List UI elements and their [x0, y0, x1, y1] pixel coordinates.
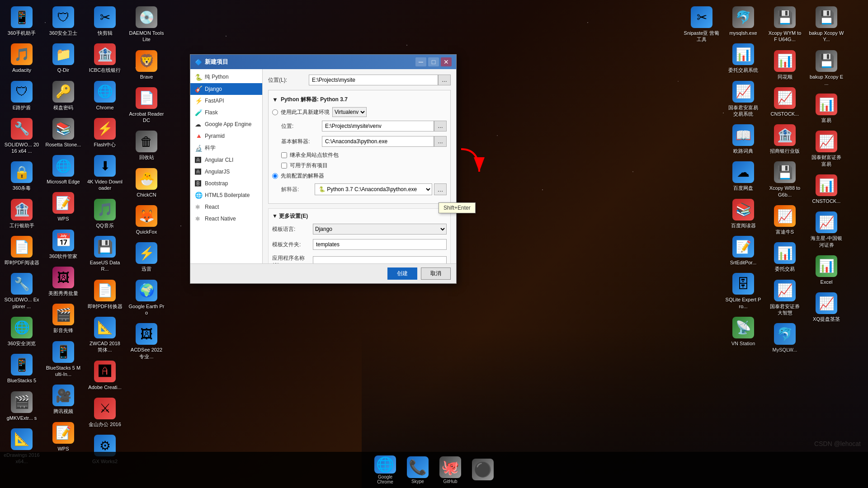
sidebar-label-react-native: React Native — [205, 216, 236, 222]
template-lang-row: 模板语言: Django — [272, 224, 447, 235]
maximize-button[interactable]: □ — [428, 57, 439, 66]
sidebar-label-html5-boilerplate: HTML5 Boilerplate — [205, 192, 250, 198]
sidebar-item-fastapi[interactable]: ⚡ FastAPI — [190, 95, 262, 107]
sidebar-item-bootstrap[interactable]: 🅱 Bootstrap — [190, 178, 262, 189]
sidebar-label-pure-python: 纯 Python — [205, 73, 229, 81]
sidebar-icon-fastapi: ⚡ — [195, 97, 202, 104]
location-input[interactable] — [309, 75, 438, 85]
sidebar-label-science: 科学 — [205, 144, 216, 152]
sidebar-item-google-app-engine[interactable]: ☁ Google App Engine — [190, 118, 262, 130]
location-browse-button[interactable]: … — [438, 75, 451, 85]
base-interp-label: 基本解释器: — [281, 138, 322, 145]
sidebar-label-angular-cli: Angular CLI — [205, 157, 233, 163]
preconfigured-label: 先前配置的解释器 — [281, 172, 324, 180]
app-name-row: 应用程序名称(A): — [272, 254, 447, 263]
project-type-sidebar: 🐍 纯 Python 🎸 Django ⚡ FastAPI 🧪 Flask ☁ … — [190, 69, 263, 263]
desktop: 📱 360手机助手 🎵 Audacity 🛡 E路护盾 🔧 SOLIDWO...… — [0, 0, 868, 488]
minimize-button[interactable]: ─ — [415, 57, 426, 66]
use-tool-env-label: 使用此工具新建环境 — [281, 108, 330, 116]
env-location-row: 位置: … — [281, 121, 447, 131]
dialog-body: 🐍 纯 Python 🎸 Django ⚡ FastAPI 🧪 Flask ☁ … — [190, 69, 456, 263]
inherit-global-label: 继承全局站点软件包 — [290, 151, 339, 159]
template-lang-label: 模板语言: — [272, 225, 313, 233]
use-tool-env-radio[interactable] — [272, 109, 278, 115]
template-dir-row: 模板文件夹: — [272, 239, 447, 250]
sidebar-icon-pyramid: 🔺 — [195, 132, 202, 140]
cancel-button[interactable]: 取消 — [421, 267, 451, 280]
app-name-input[interactable] — [313, 256, 447, 264]
app-name-label: 应用程序名称(A): — [272, 254, 313, 263]
sidebar-item-react-native[interactable]: ⚛ React Native — [190, 213, 262, 225]
inherit-global-checkbox[interactable] — [281, 152, 287, 158]
sidebar-item-pure-python[interactable]: 🐍 纯 Python — [190, 71, 262, 83]
use-tool-env-radio-row: 使用此工具新建环境 Virtualenv — [272, 107, 447, 117]
dialog-main-content: 位置(L): … ▼ Python 解释器: Python 3.7 — [263, 69, 456, 263]
available-all-projects-row: 可用于所有项目 — [281, 162, 447, 169]
inherit-global-check-row: 继承全局站点软件包 — [281, 151, 447, 159]
shortcut-tooltip: Shift+Enter — [439, 202, 476, 213]
sidebar-item-flask[interactable]: 🧪 Flask — [190, 107, 262, 118]
sidebar-label-google-app-engine: Google App Engine — [205, 121, 251, 127]
interpreter-row: 解释器: 🐍 Python 3.7 C:\Anaconda3\python.ex… — [281, 183, 447, 195]
sidebar-icon-flask: 🧪 — [195, 109, 202, 116]
env-location-label: 位置: — [281, 122, 322, 130]
sidebar-item-angularjs[interactable]: 🅰 AngularJS — [190, 166, 262, 178]
sidebar-icon-pure-python: 🐍 — [195, 74, 202, 81]
dialog-footer: 创建 取消 — [190, 263, 456, 283]
sidebar-icon-angularjs: 🅰 — [195, 168, 202, 175]
python-section-header[interactable]: ▼ Python 解释器: Python 3.7 — [272, 96, 447, 103]
template-dir-label: 模板文件夹: — [272, 241, 313, 249]
dialog-icon: 🔷 — [195, 59, 202, 66]
more-settings-header[interactable]: ▼ 更多设置(E) — [272, 212, 447, 220]
python-section-title: Python 解释器: Python 3.7 — [281, 96, 348, 103]
base-interp-browse-button[interactable]: … — [434, 136, 447, 147]
sidebar-icon-bootstrap: 🅱 — [195, 180, 202, 187]
more-settings-title: ▼ 更多设置(E) — [272, 212, 308, 220]
available-all-checkbox[interactable] — [281, 163, 287, 169]
python-interpreter-section: ▼ Python 解释器: Python 3.7 使用此工具新建环境 Virtu… — [268, 90, 451, 204]
preconfigured-radio[interactable] — [272, 173, 278, 179]
dialog-controls: ─ □ ✕ — [415, 57, 452, 66]
more-settings-section: ▼ 更多设置(E) 模板语言: Django 模板文件夹: — [268, 208, 451, 263]
interpreter-browse-button[interactable]: … — [434, 183, 447, 195]
sidebar-icon-science: 🔬 — [195, 145, 202, 152]
template-lang-dropdown[interactable]: Django — [313, 224, 447, 235]
sidebar-item-django[interactable]: 🎸 Django — [190, 83, 262, 95]
sidebar-label-bootstrap: Bootstrap — [205, 180, 228, 187]
sidebar-icon-react: ⚛ — [195, 203, 202, 211]
env-location-input[interactable] — [322, 121, 434, 131]
close-button[interactable]: ✕ — [441, 57, 452, 66]
sidebar-icon-html5-boilerplate: 🌐 — [195, 192, 202, 199]
collapse-arrow: ▼ — [272, 96, 278, 103]
sidebar-label-flask: Flask — [205, 109, 218, 116]
sidebar-icon-react-native: ⚛ — [195, 215, 202, 222]
create-button[interactable]: 创建 — [387, 267, 417, 280]
sidebar-label-fastapi: FastAPI — [205, 98, 224, 104]
location-row: 位置(L): … — [268, 75, 451, 85]
dialog-overlay: 🔷 新建项目 ─ □ ✕ 🐍 纯 Python 🎸 Django ⚡ FastA… — [0, 0, 868, 488]
interpreter-label: 解释器: — [281, 186, 313, 193]
sidebar-icon-django: 🎸 — [195, 85, 202, 93]
new-project-dialog: 🔷 新建项目 ─ □ ✕ 🐍 纯 Python 🎸 Django ⚡ FastA… — [190, 54, 457, 284]
sidebar-item-pyramid[interactable]: 🔺 Pyramid — [190, 130, 262, 142]
sidebar-item-html5-boilerplate[interactable]: 🌐 HTML5 Boilerplate — [190, 189, 262, 201]
sidebar-label-django: Django — [205, 86, 222, 92]
sidebar-label-pyramid: Pyramid — [205, 133, 225, 139]
interpreter-dropdown[interactable]: 🐍 Python 3.7 C:\Anaconda3\python.exe — [315, 183, 432, 195]
red-arrow-indicator — [452, 145, 488, 183]
sidebar-label-angularjs: AngularJS — [205, 169, 230, 175]
dialog-title: 新建项目 — [205, 58, 228, 66]
base-interp-input[interactable] — [322, 136, 434, 147]
template-dir-input[interactable] — [313, 239, 447, 250]
dialog-titlebar: 🔷 新建项目 ─ □ ✕ — [190, 55, 456, 69]
sidebar-icon-angular-cli: 🅰 — [195, 156, 202, 164]
preconfigured-radio-row: 先前配置的解释器 — [272, 172, 447, 180]
tool-env-dropdown[interactable]: Virtualenv — [332, 107, 367, 117]
sidebar-item-react[interactable]: ⚛ React — [190, 201, 262, 213]
sidebar-label-react: React — [205, 204, 219, 210]
location-label: 位置(L): — [268, 76, 309, 84]
sidebar-item-angular-cli[interactable]: 🅰 Angular CLI — [190, 154, 262, 166]
sidebar-item-science[interactable]: 🔬 科学 — [190, 142, 262, 154]
env-location-browse-button[interactable]: … — [434, 121, 447, 131]
sidebar-icon-google-app-engine: ☁ — [195, 121, 202, 128]
